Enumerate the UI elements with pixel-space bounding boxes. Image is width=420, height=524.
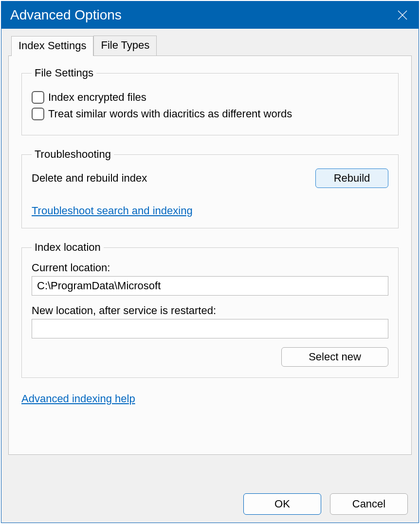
label-current-location: Current location: xyxy=(32,262,388,274)
current-location-field[interactable] xyxy=(32,276,388,296)
rebuild-button[interactable]: Rebuild xyxy=(315,168,388,188)
ok-button[interactable]: OK xyxy=(243,493,321,515)
legend-index-location: Index location xyxy=(32,241,104,254)
dialog-buttons: OK Cancel xyxy=(243,493,408,515)
row-rebuild: Delete and rebuild index Rebuild xyxy=(32,168,388,188)
legend-file-settings: File Settings xyxy=(32,67,96,79)
checkbox-index-encrypted[interactable] xyxy=(32,91,44,104)
row-diacritics: Treat similar words with diacritics as d… xyxy=(32,108,388,120)
close-icon xyxy=(397,10,408,20)
label-index-encrypted: Index encrypted files xyxy=(48,91,146,104)
tab-index-settings[interactable]: Index Settings xyxy=(11,36,93,56)
window-title: Advanced Options xyxy=(10,7,122,23)
cancel-button[interactable]: Cancel xyxy=(330,493,408,515)
label-delete-rebuild: Delete and rebuild index xyxy=(32,172,147,185)
checkbox-diacritics[interactable] xyxy=(32,108,44,120)
label-diacritics: Treat similar words with diacritics as d… xyxy=(48,108,292,120)
advanced-options-window: Advanced Options Index Settings File Typ… xyxy=(1,1,419,523)
row-index-encrypted: Index encrypted files xyxy=(32,91,388,104)
close-button[interactable] xyxy=(386,1,419,29)
legend-troubleshooting: Troubleshooting xyxy=(32,148,114,161)
select-new-button[interactable]: Select new xyxy=(281,347,388,367)
tab-panel-index-settings: File Settings Index encrypted files Trea… xyxy=(8,56,412,455)
troubleshoot-search-link[interactable]: Troubleshoot search and indexing xyxy=(32,205,193,217)
fieldset-troubleshooting: Troubleshooting Delete and rebuild index… xyxy=(21,148,399,228)
tab-file-types[interactable]: File Types xyxy=(93,36,157,56)
label-new-location: New location, after service is restarted… xyxy=(32,304,388,317)
tab-strip: Index Settings File Types xyxy=(11,36,412,56)
title-bar: Advanced Options xyxy=(1,1,419,29)
fieldset-file-settings: File Settings Index encrypted files Trea… xyxy=(21,67,399,135)
new-location-field[interactable] xyxy=(32,319,388,338)
advanced-indexing-help-link[interactable]: Advanced indexing help xyxy=(21,393,135,405)
client-area: Index Settings File Types File Settings … xyxy=(1,29,419,523)
fieldset-index-location: Index location Current location: New loc… xyxy=(21,241,399,378)
